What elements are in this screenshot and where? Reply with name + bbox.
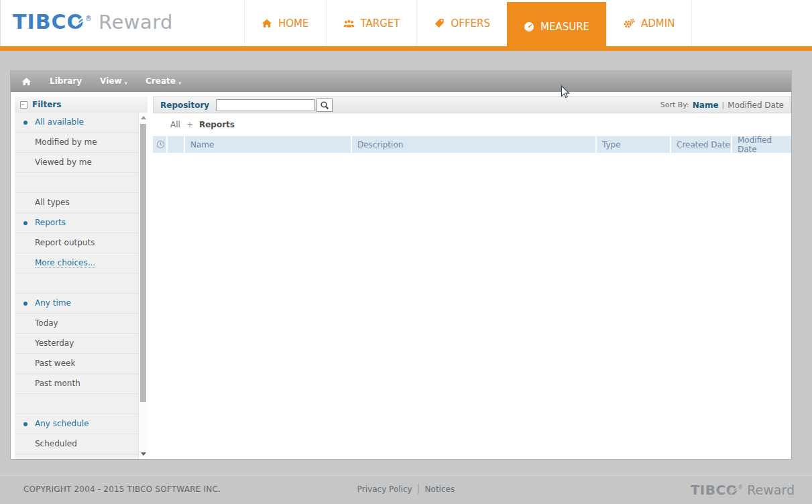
tab-home[interactable]: HOME xyxy=(244,0,326,46)
column-header-type[interactable]: Type xyxy=(597,136,671,153)
table-header: Name Description Type Created Date Modif… xyxy=(153,136,791,153)
breadcrumb: All + Reports xyxy=(153,113,791,136)
toolbar-view-button[interactable]: View ▾ xyxy=(100,76,127,86)
filter-item-modified-by-me[interactable]: Modified by me xyxy=(15,133,138,153)
scrollbar-thumb[interactable] xyxy=(140,124,146,402)
toolbar-library-button[interactable]: Library xyxy=(50,76,82,86)
tab-label: HOME xyxy=(278,17,309,29)
registered-mark: ® xyxy=(85,15,92,22)
tab-label: ADMIN xyxy=(641,17,675,29)
brand-tibco: TIBCO xyxy=(13,10,84,34)
filter-spacer xyxy=(15,173,138,193)
filter-item-any-time[interactable]: Any time xyxy=(15,294,138,314)
column-header-blank[interactable] xyxy=(168,136,185,153)
registered-mark: ® xyxy=(738,485,743,491)
scroll-down-icon[interactable] xyxy=(141,452,146,456)
gauge-icon xyxy=(524,21,534,32)
house-icon xyxy=(21,77,32,86)
tab-label: MEASURE xyxy=(540,21,589,33)
plus-icon: + xyxy=(186,120,193,129)
main-nav: HOME TARGET OFFERS MEASURE ADMIN xyxy=(244,0,692,51)
breadcrumb-current: Reports xyxy=(199,120,235,129)
tab-label: OFFERS xyxy=(451,17,489,29)
repository-search-input[interactable] xyxy=(216,99,315,111)
filters-title: Filters xyxy=(32,100,61,109)
notices-link[interactable]: Notices xyxy=(425,485,455,494)
column-header-name[interactable]: Name xyxy=(185,136,352,153)
brand-reward: Reward xyxy=(99,11,173,34)
active-dot-icon xyxy=(23,221,27,225)
repository-main: Repository Sort By: Name | Modified Date… xyxy=(153,97,791,459)
tab-measure[interactable]: MEASURE xyxy=(507,2,606,51)
gears-icon xyxy=(624,18,635,29)
footer-links: Privacy Policy Notices xyxy=(357,484,455,494)
filter-item-viewed-by-me[interactable]: Viewed by me xyxy=(15,153,138,173)
filter-item-scheduled[interactable]: Scheduled xyxy=(15,434,138,454)
filter-item-all-types[interactable]: All types xyxy=(15,193,138,213)
active-dot-icon xyxy=(23,302,27,306)
content-panel: Library View ▾ Create ▾ Filters All avai… xyxy=(10,70,792,460)
filter-item-past-week[interactable]: Past week xyxy=(15,354,138,374)
repository-bar: Repository Sort By: Name | Modified Date xyxy=(153,97,791,113)
scroll-up-icon[interactable] xyxy=(141,116,146,119)
column-header-created-date[interactable]: Created Date xyxy=(671,136,732,153)
clock-icon xyxy=(156,140,165,149)
tab-target[interactable]: TARGET xyxy=(326,0,417,46)
sort-by: Sort By: Name | Modified Date xyxy=(660,101,784,110)
tag-icon xyxy=(434,18,445,29)
toolbar-home-button[interactable] xyxy=(21,77,32,86)
footer-brand-tibco: TIBCO xyxy=(691,482,738,498)
privacy-policy-link[interactable]: Privacy Policy xyxy=(357,485,412,494)
brand-logo: TIBCO ® Reward xyxy=(13,10,173,34)
tibco-swirl-icon xyxy=(72,15,85,28)
footer-brand-reward: Reward xyxy=(747,483,795,497)
filter-spacer xyxy=(15,273,138,294)
filters-header: Filters xyxy=(15,97,148,113)
filter-item-today[interactable]: Today xyxy=(15,314,138,334)
filter-item-past-month[interactable]: Past month xyxy=(15,374,138,394)
tab-offers[interactable]: OFFERS xyxy=(416,0,506,46)
tab-label: TARGET xyxy=(361,17,400,29)
footer-brand-logo: TIBCO ® Reward xyxy=(691,482,795,498)
filter-list: All available Modified by me Viewed by m… xyxy=(15,113,138,459)
caret-down-icon: ▾ xyxy=(178,80,182,86)
copyright-text: COPYRIGHT 2004 - 2015 TIBCO SOFTWARE INC… xyxy=(23,485,221,494)
sort-by-label: Sort By: xyxy=(660,101,689,109)
magnifier-icon xyxy=(320,101,329,110)
mouse-cursor xyxy=(561,85,570,99)
column-header-schedule[interactable] xyxy=(153,136,168,153)
filter-item-all-available[interactable]: All available xyxy=(15,113,138,133)
filter-item-yesterday[interactable]: Yesterday xyxy=(15,334,138,354)
search-button[interactable] xyxy=(316,99,333,112)
collapse-box-icon[interactable] xyxy=(20,101,27,109)
table-body xyxy=(153,153,791,459)
active-dot-icon xyxy=(23,422,27,426)
breadcrumb-all[interactable]: All xyxy=(170,120,180,129)
footer: COPYRIGHT 2004 - 2015 TIBCO SOFTWARE INC… xyxy=(0,475,812,504)
app-header: TIBCO ® Reward HOME TARGET OFFERS MEASUR… xyxy=(0,0,812,46)
filter-spacer xyxy=(15,394,138,414)
active-dot-icon xyxy=(23,121,27,125)
filters-sidebar: Filters All available Modified by me Vie… xyxy=(15,97,148,459)
column-header-modified-date[interactable]: Modified Date xyxy=(732,136,791,153)
filter-item-any-schedule[interactable]: Any schedule xyxy=(15,414,138,434)
toolbar: Library View ▾ Create ▾ xyxy=(11,71,791,92)
filter-item-scheduled-by-me[interactable]: Scheduled by me xyxy=(15,454,138,459)
sort-option-modified-date[interactable]: Modified Date xyxy=(728,101,784,110)
filter-item-report-outputs[interactable]: Report outputs xyxy=(15,233,138,253)
users-icon xyxy=(343,19,355,28)
toolbar-create-button[interactable]: Create ▾ xyxy=(146,76,181,86)
caret-down-icon: ▾ xyxy=(125,80,128,86)
filter-item-reports[interactable]: Reports xyxy=(15,213,138,233)
tab-admin[interactable]: ADMIN xyxy=(606,0,692,46)
sidebar-scrollbar[interactable] xyxy=(138,113,148,459)
home-icon xyxy=(262,18,272,28)
filter-item-more-choices[interactable]: More choices... xyxy=(15,253,138,273)
repository-label: Repository xyxy=(160,101,209,110)
sort-option-name[interactable]: Name xyxy=(693,101,719,110)
sort-separator: | xyxy=(722,101,725,109)
panel-content: Filters All available Modified by me Vie… xyxy=(11,92,791,459)
column-header-description[interactable]: Description xyxy=(352,136,597,153)
footer-link-divider xyxy=(418,484,419,494)
tibco-swirl-icon xyxy=(728,486,738,495)
